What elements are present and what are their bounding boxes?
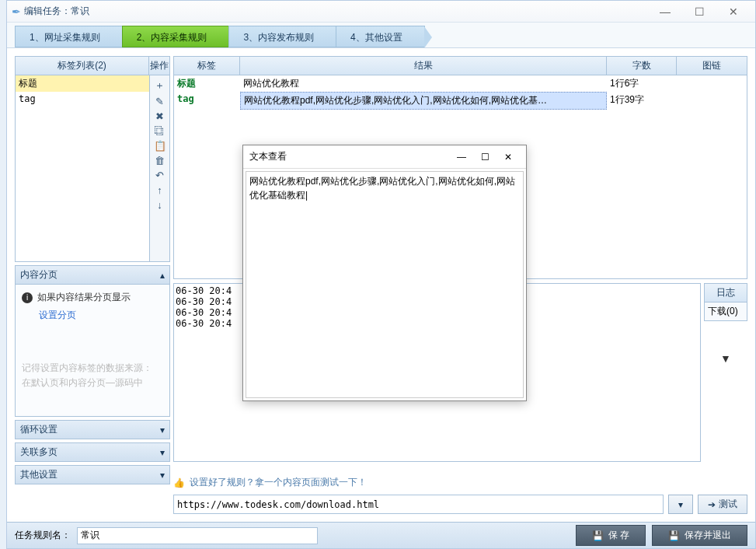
chevron-down-icon: ▾ — [160, 470, 165, 481]
move-down-icon[interactable]: ↓ — [157, 199, 162, 211]
app-icon: ✒ — [12, 5, 21, 18]
task-name-label: 任务规则名： — [15, 529, 71, 542]
task-name-input[interactable] — [77, 527, 318, 544]
result-grid-header: 标签 结果 字数 图链 — [173, 56, 747, 75]
save-exit-button[interactable]: 💾保存并退出 — [652, 525, 747, 546]
section-multipage[interactable]: 关联多页▾ — [15, 442, 170, 462]
tag-ops-toolbar: ＋ ✎ ✖ ⿻ 📋 🗑 ↶ ↑ ↓ — [149, 75, 169, 261]
paging-tip: i如果内容结果分页显示 — [22, 291, 163, 304]
bottom-bar: 任务规则名： 💾保 存 💾保存并退出 — [7, 522, 755, 548]
dialog-minimize-button[interactable]: — — [450, 152, 473, 163]
test-url-row: ▾ ➔测试 — [173, 495, 747, 514]
step-tabs: 1、网址采集规则 2、内容采集规则 3、内容发布规则 4、其他设置 — [7, 23, 755, 47]
task-edit-window: ✒ 编辑任务：常识 — ☐ ✕ 1、网址采集规则 2、内容采集规则 3、内容发布… — [6, 0, 756, 549]
url-dropdown-button[interactable]: ▾ — [668, 495, 693, 514]
dialog-close-button[interactable]: ✕ — [496, 152, 520, 163]
paging-body: i如果内容结果分页显示 设置分页 记得设置内容标签的数据来源： 在默认页和内容分… — [15, 285, 170, 417]
test-button[interactable]: ➔测试 — [698, 495, 747, 514]
grid-row[interactable]: tag 网站优化教程pdf,网站优化步骤,网站优化入门,网站优化如何,网站优化基… — [174, 92, 747, 110]
titlebar: ✒ 编辑任务：常识 — ☐ ✕ — [7, 1, 755, 23]
hint-text: 记得设置内容标签的数据来源： 在默认页和内容分页—源码中 — [22, 361, 163, 390]
delete-icon[interactable]: ✖ — [155, 110, 164, 122]
save-icon: 💾 — [592, 530, 604, 541]
dropdown-icon[interactable]: ▼ — [704, 321, 747, 365]
chevron-up-icon: ▴ — [160, 270, 165, 281]
test-hint: 设置好了规则？拿一个内容页面测试一下！ — [190, 476, 367, 489]
test-hint-row: 👍 设置好了规则？拿一个内容页面测试一下！ — [173, 476, 747, 489]
trash-icon[interactable]: 🗑 — [155, 155, 165, 166]
save-button[interactable]: 💾保 存 — [576, 525, 646, 546]
copy-icon[interactable]: ⿻ — [155, 125, 165, 137]
set-paging-link[interactable]: 设置分页 — [22, 309, 163, 322]
dialog-titlebar: 文本查看 — ☐ ✕ — [243, 145, 526, 169]
text-viewer-dialog: 文本查看 — ☐ ✕ 网站优化教程pdf,网站优化步骤,网站优化入门,网站优化如… — [242, 145, 527, 401]
tag-item-tag[interactable]: tag — [16, 92, 149, 106]
log-header[interactable]: 日志 — [704, 283, 747, 302]
dialog-title: 文本查看 — [249, 150, 450, 163]
tag-list[interactable]: 标题 tag — [16, 75, 149, 261]
maximize-button[interactable]: ☐ — [682, 3, 716, 20]
grid-row[interactable]: 标题 网站优化教程 1行6字 — [174, 75, 747, 92]
left-panel: 标签列表(2) 操作 标题 tag ＋ ✎ ✖ ⿻ 📋 🗑 ↶ ↑ ↓ — [15, 56, 170, 514]
download-count[interactable]: 下载(0) — [704, 302, 747, 321]
add-icon[interactable]: ＋ — [155, 79, 165, 93]
thumb-up-icon: 👍 — [173, 477, 185, 488]
save-icon: 💾 — [668, 530, 680, 541]
dialog-maximize-button[interactable]: ☐ — [473, 152, 496, 163]
tab-publish-rules[interactable]: 3、内容发布规则 — [228, 26, 336, 47]
paste-icon[interactable]: 📋 — [154, 140, 166, 152]
section-content-paging[interactable]: 内容分页▴ — [15, 265, 170, 285]
log-side: 日志 下载(0) ▼ — [704, 283, 747, 365]
arrow-right-icon: ➔ — [708, 499, 716, 510]
tag-list-header: 标签列表(2) 操作 — [15, 56, 170, 75]
col-count: 字数 — [607, 57, 677, 75]
chevron-down-icon: ▾ — [160, 425, 165, 435]
move-up-icon[interactable]: ↑ — [157, 184, 162, 196]
edit-icon[interactable]: ✎ — [155, 96, 164, 107]
window-title: 编辑任务：常识 — [24, 5, 648, 18]
tag-item-title[interactable]: 标题 — [16, 75, 149, 92]
chevron-down-icon: ▾ — [160, 447, 165, 458]
test-url-input[interactable] — [173, 495, 664, 514]
section-other[interactable]: 其他设置▾ — [15, 465, 170, 484]
close-button[interactable]: ✕ — [716, 3, 751, 20]
info-icon: i — [22, 292, 33, 303]
section-loop[interactable]: 循环设置▾ — [15, 420, 170, 439]
tag-list-title: 标签列表(2) — [16, 57, 149, 75]
col-tag: 标签 — [174, 57, 240, 75]
tab-other-settings[interactable]: 4、其他设置 — [336, 26, 425, 47]
col-result: 结果 — [240, 57, 607, 75]
tab-url-rules[interactable]: 1、网址采集规则 — [15, 26, 123, 47]
dialog-textarea[interactable]: 网站优化教程pdf,网站优化步骤,网站优化入门,网站优化如何,网站优化基础教程 — [246, 171, 524, 398]
minimize-button[interactable]: — — [648, 3, 682, 20]
tab-content-rules[interactable]: 2、内容采集规则 — [122, 26, 230, 47]
undo-icon[interactable]: ↶ — [155, 170, 164, 181]
tag-list-body: 标题 tag ＋ ✎ ✖ ⿻ 📋 🗑 ↶ ↑ ↓ — [15, 75, 170, 262]
tag-ops-title: 操作 — [149, 57, 169, 75]
col-img: 图链 — [677, 57, 747, 75]
